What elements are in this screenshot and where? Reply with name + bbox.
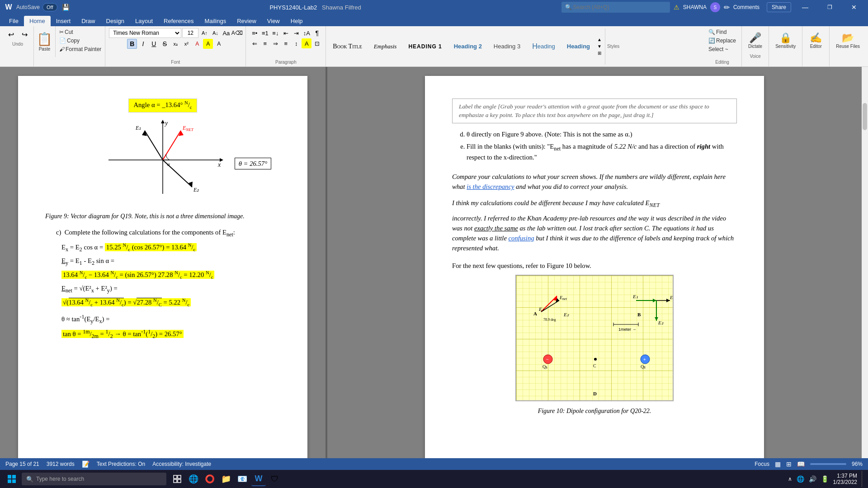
taskbar-word[interactable]: W <box>251 472 266 486</box>
justify-button[interactable]: ≡ <box>281 38 291 48</box>
taskbar-outlook[interactable]: 📧 <box>235 472 250 486</box>
format-painter-button[interactable]: 🖌 Format Painter <box>57 45 103 53</box>
scroll-thumb[interactable] <box>863 103 867 130</box>
left-document-pane[interactable]: Angle α = _13.64° N/c y x <box>0 67 326 458</box>
view-read-icon[interactable]: 📖 <box>797 460 805 468</box>
taskbar-chrome[interactable]: ⭕ <box>203 472 217 486</box>
zoom-slider[interactable] <box>810 463 846 465</box>
share-button[interactable]: Share <box>767 2 791 12</box>
network-icon[interactable]: 🌐 <box>797 475 804 483</box>
tab-help[interactable]: Help <box>285 16 308 26</box>
replace-button[interactable]: 🔄 Replace <box>707 37 738 45</box>
align-left-button[interactable]: ⇐ <box>250 38 259 48</box>
text-color-button[interactable]: A <box>214 39 224 49</box>
align-right-button[interactable]: ⇒ <box>270 38 280 48</box>
save-icon[interactable]: 💾 <box>62 4 70 11</box>
sensitivity-button[interactable]: 🔒 Sensitivity <box>773 28 798 53</box>
taskbar-explorer[interactable]: 📁 <box>219 472 233 486</box>
comments-button[interactable]: Comments <box>733 4 760 10</box>
paste-button[interactable]: 📋 Paste <box>34 26 56 57</box>
find-button[interactable]: 🔍 Find <box>707 28 728 36</box>
start-button[interactable] <box>4 471 20 487</box>
copy-button[interactable]: 📄 Copy <box>57 37 103 45</box>
font-size-decrease-button[interactable]: A↓ <box>210 28 220 38</box>
restore-button[interactable]: ❐ <box>819 0 840 14</box>
text-predictions[interactable]: Text Predictions: On <box>97 461 145 467</box>
spelling-check-icon[interactable]: 📝 <box>82 460 90 468</box>
editor-button[interactable]: ✍ Editor <box>807 28 825 53</box>
taskbar-clock[interactable]: 1:37 PM 1/23/2022 <box>833 473 857 486</box>
reuse-files-button[interactable]: 📂 Reuse Files <box>833 28 863 53</box>
shading-button[interactable]: A <box>302 38 311 48</box>
styles-scroll-down[interactable]: ▼ <box>596 43 603 50</box>
redo-button[interactable]: ↪ <box>18 28 31 41</box>
sort-button[interactable]: ↕A <box>302 28 311 38</box>
tab-file[interactable]: File <box>4 16 24 26</box>
show-desktop-button[interactable] <box>862 471 864 487</box>
change-case-button[interactable]: Aa <box>221 28 231 38</box>
tab-design[interactable]: Design <box>101 16 130 26</box>
underline-button[interactable]: U <box>149 39 159 49</box>
font-name-select[interactable]: Times New Roman <box>109 28 181 38</box>
clear-formatting-button[interactable]: A⌫ <box>232 28 242 38</box>
italic-button[interactable]: I <box>138 39 148 49</box>
tab-layout[interactable]: Layout <box>130 16 158 26</box>
highlight-color-button[interactable]: A <box>203 39 213 49</box>
tab-home[interactable]: Home <box>24 16 51 26</box>
accessibility[interactable]: Accessibility: Investigate <box>152 461 211 467</box>
bullets-button[interactable]: ≡• <box>250 28 259 38</box>
bold-button[interactable]: B <box>127 39 137 49</box>
font-size-input[interactable] <box>182 28 198 38</box>
right-document-pane[interactable]: Label the angle [Grab your reader's atte… <box>327 67 862 458</box>
scrollbar[interactable] <box>862 67 868 458</box>
battery-icon[interactable]: 🔋 <box>821 475 829 483</box>
style-book-title[interactable]: Book Title <box>328 33 367 60</box>
taskbar-task-view[interactable] <box>170 472 184 486</box>
taskbar-search-box[interactable]: 🔍 Type here to search <box>22 473 166 485</box>
font-color-button[interactable]: A <box>192 39 202 49</box>
tab-mailings[interactable]: Mailings <box>199 16 232 26</box>
borders-button[interactable]: ⊡ <box>312 38 322 48</box>
style-heading4[interactable]: Heading <box>527 33 560 60</box>
close-button[interactable]: ✕ <box>844 0 864 14</box>
style-emphasis[interactable]: Emphasis <box>369 33 402 60</box>
focus-label[interactable]: Focus <box>755 461 769 467</box>
tab-view[interactable]: View <box>262 16 285 26</box>
taskbar-edge[interactable]: 🌐 <box>186 472 201 486</box>
search-input[interactable] <box>561 2 670 13</box>
decrease-indent-button[interactable]: ⇤ <box>281 28 291 38</box>
minimize-button[interactable]: — <box>795 0 816 14</box>
style-heading2[interactable]: Heading 2 <box>449 33 487 60</box>
style-heading3[interactable]: Heading 3 <box>489 33 525 60</box>
font-size-increase-button[interactable]: A↑ <box>199 28 209 38</box>
numbering-button[interactable]: ≡1 <box>260 28 270 38</box>
taskbar-security[interactable]: 🛡 <box>268 472 282 486</box>
cut-button[interactable]: ✂ Cut <box>57 28 103 36</box>
confusing-link[interactable]: confusing <box>509 235 534 242</box>
increase-indent-button[interactable]: ⇥ <box>291 28 301 38</box>
multilevel-list-button[interactable]: ≡↓ <box>270 28 280 38</box>
tab-insert[interactable]: Insert <box>51 16 76 26</box>
view-web-icon[interactable]: ⊞ <box>786 460 792 468</box>
undo-button[interactable]: ↩ <box>5 28 17 41</box>
tab-references[interactable]: References <box>158 16 199 26</box>
user-avatar[interactable]: S <box>710 2 720 12</box>
strikethrough-button[interactable]: S <box>160 39 170 49</box>
styles-expand[interactable]: ⊞ <box>596 50 603 56</box>
superscript-button[interactable]: x² <box>181 39 191 49</box>
volume-icon[interactable]: 🔊 <box>809 475 816 483</box>
align-center-button[interactable]: ≡ <box>260 38 270 48</box>
chevron-up-icon[interactable]: ∧ <box>788 476 792 482</box>
discrepancy-link[interactable]: is the discrepancy <box>467 183 514 190</box>
pen-icon[interactable]: ✏ <box>724 3 730 12</box>
autosave-toggle[interactable]: Off <box>42 3 57 11</box>
tab-draw[interactable]: Draw <box>76 16 100 26</box>
dictate-button[interactable]: 🎤 Dictate <box>745 28 765 53</box>
select-button[interactable]: Select ~ <box>707 45 730 53</box>
style-heading5[interactable]: Heading <box>562 33 595 60</box>
style-heading1[interactable]: HEADING 1 <box>403 33 447 60</box>
subscript-button[interactable]: x₂ <box>170 39 180 49</box>
view-normal-icon[interactable]: ▦ <box>775 460 781 468</box>
show-formatting-button[interactable]: ¶ <box>312 28 322 38</box>
line-spacing-button[interactable]: ↕ <box>291 38 301 48</box>
